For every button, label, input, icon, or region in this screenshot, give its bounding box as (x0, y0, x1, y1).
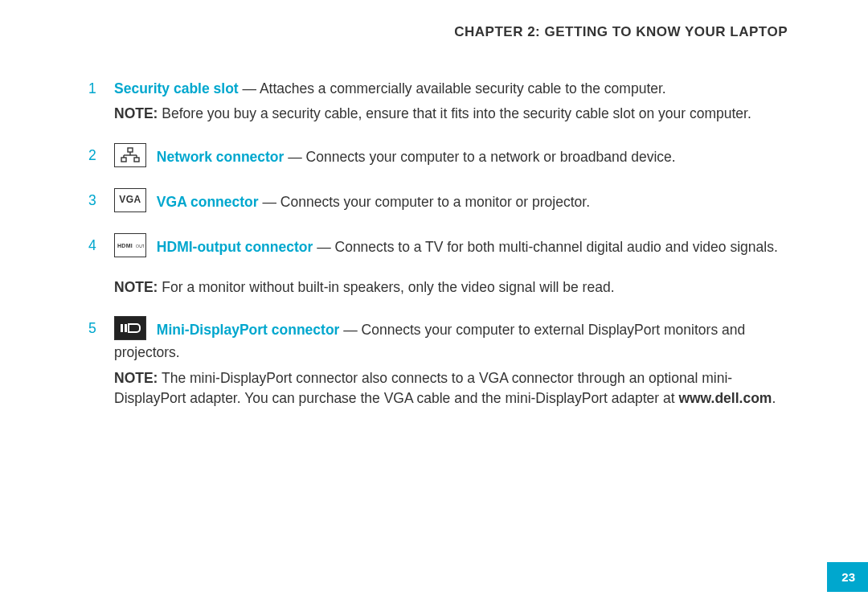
note-text: The mini-DisplayPort connector also conn… (114, 370, 732, 406)
item-description: — Connects your computer to a network or… (284, 148, 675, 164)
item-content: VGA VGA connector — Connects your comput… (114, 191, 590, 215)
list-item: 3 VGA VGA connector — Connects your comp… (88, 191, 788, 215)
term-security-cable-slot: Security cable slot (114, 80, 239, 97)
note-text-end: . (772, 390, 776, 406)
note-text: For a monitor without built-in speakers,… (158, 279, 614, 295)
item-number: 2 (88, 146, 114, 170)
chapter-header: CHAPTER 2: GETTING TO KNOW YOUR LAPTOP (88, 24, 788, 40)
item-content: HDMI OUT HDMI-output connector — Connect… (114, 236, 778, 298)
network-icon (114, 143, 146, 167)
list-item: 1 Security cable slot — Attaches a comme… (88, 79, 788, 125)
note-text: Before you buy a security cable, ensure … (158, 105, 751, 121)
item-number: 3 (88, 191, 114, 215)
item-description: — Attaches a commercially available secu… (239, 80, 666, 97)
item-description: — Connects to a TV for both multi-channe… (313, 238, 777, 254)
note-label: NOTE: (114, 370, 158, 386)
item-number: 1 (88, 79, 114, 125)
note-label: NOTE: (114, 105, 158, 121)
svg-text:OUT: OUT (136, 244, 144, 248)
item-description: — Connects your computer to a monitor or… (259, 193, 590, 209)
svg-rect-9 (121, 324, 123, 332)
item-content: Security cable slot — Attaches a commerc… (114, 79, 751, 125)
mini-displayport-icon (114, 316, 146, 340)
svg-rect-10 (125, 324, 127, 332)
hdmi-out-icon: HDMI OUT (114, 233, 146, 257)
item-content: Mini-DisplayPort connector — Connects yo… (114, 318, 788, 409)
item-content: Network connector — Connects your comput… (114, 146, 676, 170)
note-label: NOTE: (114, 279, 158, 295)
term-hdmi-output-connector: HDMI-output connector (153, 238, 313, 254)
list-item: 5 Mini-DisplayPort connector — Connects … (88, 318, 788, 409)
document-page: CHAPTER 2: GETTING TO KNOW YOUR LAPTOP 1… (0, 0, 868, 409)
svg-rect-1 (121, 158, 126, 162)
vga-icon: VGA (114, 188, 146, 212)
note-block: NOTE: For a monitor without built-in spe… (114, 277, 778, 298)
note-block: NOTE: The mini-DisplayPort connector als… (114, 368, 788, 409)
note-url: www.dell.com (678, 390, 772, 406)
term-network-connector: Network connector (153, 148, 284, 164)
page-number: 23 (827, 562, 868, 592)
term-vga-connector: VGA connector (153, 193, 259, 209)
term-mini-displayport-connector: Mini-DisplayPort connector (153, 322, 339, 338)
item-number: 5 (88, 318, 114, 409)
svg-rect-0 (128, 148, 133, 152)
list-item: 4 HDMI OUT HDMI-output connector — Conne… (88, 236, 788, 298)
list-item: 2 Network connector — Connects your comp… (88, 146, 788, 170)
item-number: 4 (88, 236, 114, 298)
note-block: NOTE: Before you buy a security cable, e… (114, 104, 751, 124)
svg-rect-2 (134, 158, 139, 162)
svg-text:HDMI: HDMI (117, 243, 133, 248)
